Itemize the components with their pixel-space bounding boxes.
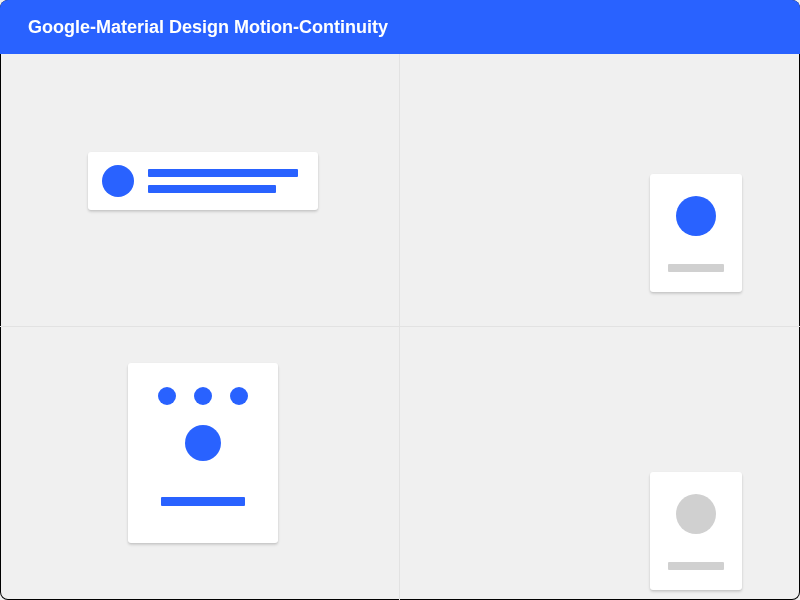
app-frame: Google-Material Design Motion-Continuity: [0, 0, 800, 600]
avatar-icon: [676, 196, 716, 236]
quadrant-top-right: [400, 54, 800, 327]
dot-icon: [194, 387, 212, 405]
list-item-card[interactable]: [88, 152, 318, 210]
avatar-icon: [676, 494, 716, 534]
big-dot-icon: [185, 425, 221, 461]
profile-tile-active[interactable]: [650, 174, 742, 292]
avatar-icon: [102, 165, 134, 197]
bar-placeholder: [161, 497, 245, 506]
text-line-placeholder: [668, 264, 724, 272]
header-title: Google-Material Design Motion-Continuity: [28, 17, 388, 38]
app-header: Google-Material Design Motion-Continuity: [0, 0, 800, 54]
quadrant-top-left: [0, 54, 400, 327]
quadrant-bottom-left: [0, 327, 400, 600]
dots-card[interactable]: [128, 363, 278, 543]
profile-tile-inactive[interactable]: [650, 472, 742, 590]
dot-icon: [230, 387, 248, 405]
text-line-placeholder: [148, 185, 276, 193]
text-lines: [148, 169, 304, 193]
text-line-placeholder: [148, 169, 298, 177]
text-line-placeholder: [668, 562, 724, 570]
dot-icon: [158, 387, 176, 405]
dot-row: [158, 387, 248, 405]
demo-grid: [0, 54, 800, 600]
quadrant-bottom-right: [400, 327, 800, 600]
